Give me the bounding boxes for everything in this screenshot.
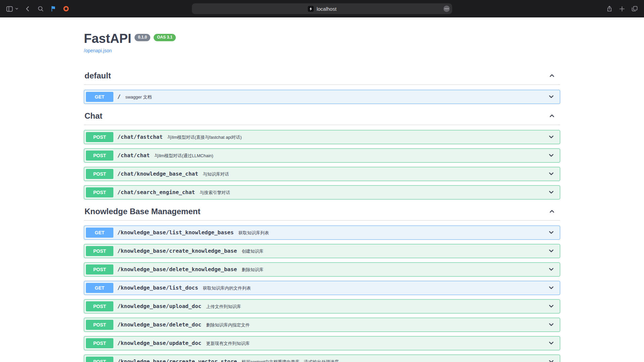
tab-overview-button[interactable] xyxy=(631,5,638,12)
openapi-spec-link[interactable]: /openapi.json xyxy=(84,48,112,53)
endpoint-path: /knowledge_base/list_knowledge_bases xyxy=(117,229,234,236)
chevron-down-icon xyxy=(548,340,555,347)
endpoint-method: POST xyxy=(86,301,113,311)
endpoint-row[interactable]: POST /knowledge_base/upload_doc 上传文件到知识库 xyxy=(84,299,560,313)
share-button[interactable] xyxy=(606,5,613,12)
endpoint-method: POST xyxy=(86,246,113,256)
plus-icon xyxy=(619,6,625,12)
chevron-down-icon xyxy=(548,133,555,140)
endpoint-expand-button[interactable] xyxy=(548,284,555,291)
sidebar-icon xyxy=(6,5,13,12)
endpoint-path: /knowledge_base/upload_doc xyxy=(117,303,201,309)
endpoint-row[interactable]: GET /knowledge_base/list_docs 获取知识库内的文件列… xyxy=(84,281,560,295)
chevron-down-icon xyxy=(15,7,18,10)
endpoint-path: /chat/chat xyxy=(117,152,150,159)
endpoint-method: POST xyxy=(86,264,113,275)
endpoint-expand-button[interactable] xyxy=(548,321,555,328)
endpoint-expand-button[interactable] xyxy=(548,340,555,347)
endpoint-row[interactable]: POST /chat/knowledge_base_chat 与知识库对话 xyxy=(84,167,560,181)
endpoint-path: /knowledge_base/recreate_vector_store xyxy=(117,358,237,362)
endpoint-expand-button[interactable] xyxy=(548,170,555,177)
search-icon xyxy=(37,5,44,12)
section-collapse-button[interactable] xyxy=(548,112,555,119)
chevron-down-icon xyxy=(548,358,555,362)
endpoint-expand-button[interactable] xyxy=(548,303,555,310)
search-button[interactable] xyxy=(37,5,44,12)
pinned-site-blue-button[interactable] xyxy=(50,5,57,12)
endpoint-expand-button[interactable] xyxy=(548,358,555,362)
new-tab-button[interactable] xyxy=(619,6,625,12)
back-button[interactable] xyxy=(24,5,31,12)
endpoint-method: POST xyxy=(86,187,113,197)
version-badge: 0.1.0 xyxy=(135,34,150,41)
endpoint-method: POST xyxy=(86,357,113,362)
section-header[interactable]: Knowledge Base Management xyxy=(84,204,560,221)
endpoint-method: GET xyxy=(86,92,113,102)
endpoint-row[interactable]: POST /knowledge_base/create_knowledge_ba… xyxy=(84,244,560,258)
section-collapse-button[interactable] xyxy=(548,208,555,215)
section-title: Knowledge Base Management xyxy=(85,207,200,216)
chevron-down-icon xyxy=(548,170,555,177)
chevron-down-icon xyxy=(548,303,555,310)
endpoint-description: 上传文件到知识库 xyxy=(206,303,241,310)
site-favicon-icon xyxy=(308,6,314,12)
endpoint-description: 与知识库对话 xyxy=(203,171,229,177)
sidebar-toggle-button[interactable] xyxy=(6,5,13,12)
section-header[interactable]: Chat xyxy=(84,109,560,125)
oas-badge: OAS 3.1 xyxy=(154,34,176,41)
endpoint-row[interactable]: POST /knowledge_base/delete_doc 删除知识库内指定… xyxy=(84,318,560,332)
api-section: default GET / swagger 文档 xyxy=(84,68,560,104)
endpoint-path: /knowledge_base/delete_knowledge_base xyxy=(117,266,237,273)
endpoint-row[interactable]: GET / swagger 文档 xyxy=(84,90,560,104)
endpoint-row[interactable]: POST /chat/chat 与llm模型对话(通过LLMChain) xyxy=(84,148,560,163)
section-header[interactable]: default xyxy=(84,68,560,85)
address-bar[interactable]: localhost xyxy=(192,3,452,14)
endpoint-row[interactable]: POST /knowledge_base/update_doc 更新现有文件到知… xyxy=(84,336,560,350)
endpoint-method: GET xyxy=(86,228,113,238)
endpoint-expand-button[interactable] xyxy=(548,266,555,273)
api-section: Knowledge Base Management GET /knowledge… xyxy=(84,204,560,362)
endpoint-method: POST xyxy=(86,320,113,330)
endpoint-method: POST xyxy=(86,169,113,179)
endpoint-row[interactable]: GET /knowledge_base/list_knowledge_bases… xyxy=(84,226,560,240)
endpoint-expand-button[interactable] xyxy=(548,133,555,140)
endpoint-expand-button[interactable] xyxy=(548,152,555,159)
endpoint-expand-button[interactable] xyxy=(548,229,555,236)
toolbar-right-group xyxy=(606,5,638,12)
api-info: FastAPI 0.1.0 OAS 3.1 /openapi.json xyxy=(84,32,560,54)
chevron-down-icon xyxy=(548,284,555,291)
section-title: default xyxy=(85,71,111,80)
sidebar-menu-button[interactable] xyxy=(15,7,18,10)
endpoint-description: 与llm模型对话(通过LLMChain) xyxy=(154,152,213,159)
endpoint-row[interactable]: POST /knowledge_base/recreate_vector_sto… xyxy=(84,355,560,362)
endpoint-expand-button[interactable] xyxy=(548,189,555,196)
section-collapse-button[interactable] xyxy=(548,72,555,79)
endpoint-method: POST xyxy=(86,150,113,161)
api-sections: default GET / swagger 文档 Chat POST /chat… xyxy=(84,68,560,362)
chevron-down-icon xyxy=(548,247,555,254)
endpoint-method: POST xyxy=(86,132,113,142)
endpoint-path: /chat/search_engine_chat xyxy=(117,189,195,195)
chevron-up-icon xyxy=(548,208,555,215)
endpoint-row[interactable]: POST /chat/search_engine_chat 与搜索引擎对话 xyxy=(84,185,560,199)
page-settings-button[interactable] xyxy=(443,5,450,12)
blue-flag-icon xyxy=(50,5,57,12)
chevron-down-icon xyxy=(548,266,555,273)
back-icon xyxy=(24,5,31,12)
endpoint-description: 删除知识库内指定文件 xyxy=(206,321,250,328)
endpoint-expand-button[interactable] xyxy=(548,247,555,254)
endpoint-description: 删除知识库 xyxy=(241,266,263,273)
address-text: localhost xyxy=(317,6,336,12)
pinned-site-orange-button[interactable] xyxy=(63,5,69,12)
browser-toolbar: localhost xyxy=(0,0,644,17)
chevron-down-icon xyxy=(548,189,555,196)
endpoint-row[interactable]: POST /knowledge_base/delete_knowledge_ba… xyxy=(84,262,560,277)
endpoint-row[interactable]: POST /chat/fastchat 与llm模型对话(直接与fastchat… xyxy=(84,130,560,144)
endpoint-expand-button[interactable] xyxy=(548,93,555,100)
section-endpoints: GET /knowledge_base/list_knowledge_bases… xyxy=(84,226,560,362)
section-endpoints: GET / swagger 文档 xyxy=(84,90,560,104)
endpoint-path: /knowledge_base/update_doc xyxy=(117,340,201,346)
chevron-up-icon xyxy=(548,72,555,79)
endpoint-description: 与搜索引擎对话 xyxy=(200,189,230,196)
endpoint-description: 获取知识库内的文件列表 xyxy=(203,285,251,291)
